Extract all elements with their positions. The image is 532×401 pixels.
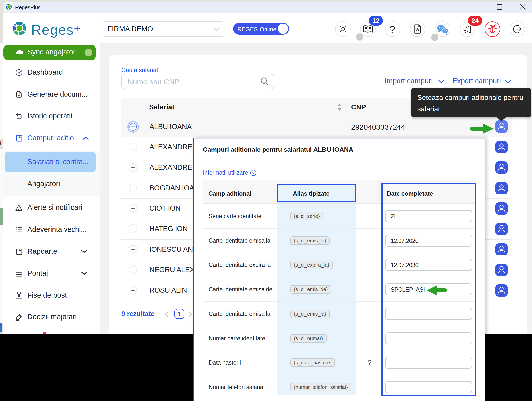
svg-text:W: W <box>18 94 20 97</box>
svg-text:W: W <box>416 28 419 32</box>
svg-text:?: ? <box>252 171 254 175</box>
